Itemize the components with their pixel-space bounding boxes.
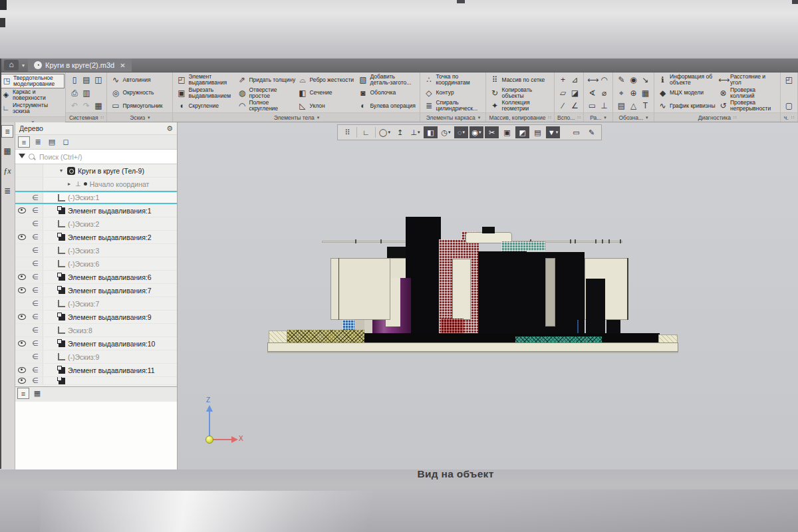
ribbon-button-mass-properties[interactable]: ◆МЦХ модели — [658, 87, 716, 99]
ribbon-button-curvature-graph[interactable]: ∿График кривизны — [658, 100, 716, 112]
visibility-eye-icon[interactable] — [18, 287, 26, 293]
ribbon-button-contour[interactable]: ◇Контур — [424, 87, 482, 99]
viewbar-clipboard[interactable]: ▣ — [500, 126, 514, 138]
ribbon-button-leader-mark[interactable]: ↘ — [640, 74, 650, 86]
ribbon-button-note-pencil[interactable]: ✎ — [616, 74, 626, 86]
ribbon-button-grid-array[interactable]: ⠿Массив по сетке — [489, 74, 548, 86]
ribbon-button-aux-plane[interactable]: ▱ — [558, 87, 568, 99]
tree-toolbar-tree-sections[interactable]: ◻ — [60, 136, 72, 148]
ribbon-button-simple-hole[interactable]: ◍Отверстие простое — [237, 87, 295, 99]
visibility-eye-icon[interactable] — [18, 234, 26, 240]
visibility-eye-icon[interactable] — [18, 378, 26, 384]
leftbar-fx-pane[interactable]: ƒx — [1, 165, 13, 178]
viewbar-display-mode[interactable]: ◷▾ — [439, 126, 453, 138]
ribbon-button-rib[interactable]: ⌓Ребро жесткости — [297, 74, 356, 86]
ribbon-group-designations-label[interactable]: Обозна...▾ — [613, 112, 654, 122]
filter-funnel-icon[interactable] — [19, 154, 25, 158]
viewbar-hide-objects[interactable]: ◌▾ — [454, 126, 468, 138]
viewbar-orientation-up[interactable]: ↥ — [393, 126, 407, 138]
ribbon-button-copy-objects[interactable]: ↻Копировать объекты — [489, 87, 548, 99]
mode-frame-surfaces[interactable]: ◈Каркас и поверхности — [1, 88, 65, 102]
ribbon-button-circle[interactable]: ◎Окружность — [110, 87, 169, 99]
gear-icon[interactable]: ⚙ — [166, 124, 173, 133]
ribbon-button-fillet[interactable]: ◖Скругление — [176, 100, 235, 112]
tree-row-элементвыдавливания:7[interactable]: ∈Элемент выдавливания:7 — [15, 284, 177, 297]
bottom-params-tab[interactable]: ▦ — [31, 388, 43, 399]
ribbon-button-cylindrical-spiral[interactable]: ≣Спираль цилиндрическ... — [424, 100, 482, 112]
visibility-eye-icon[interactable] — [18, 340, 26, 346]
tree-toolbar-tree-layers[interactable]: ≣ — [32, 136, 44, 148]
visibility-eye-icon[interactable] — [18, 207, 26, 213]
tree-row-эскиз:7[interactable]: ∈(-)Эскиз:7 — [15, 297, 177, 311]
ribbon-group-frame-elements-label[interactable]: Элементы каркаса▾ — [420, 112, 485, 122]
home-button[interactable]: ⌂ — [4, 60, 19, 70]
tree-row-элементвыдавливания:9[interactable]: ∈Элемент выдавливания:9 — [15, 311, 177, 324]
tree-toolbar-tree-relations[interactable]: ▤ — [46, 136, 58, 148]
ribbon-button-target-mark[interactable]: ⌖ — [616, 87, 626, 99]
bottom-tree-tab[interactable]: ≡ — [17, 388, 29, 399]
ribbon-button-hatch-mark[interactable]: ▤ — [616, 100, 626, 112]
ribbon-button-add-stock-part[interactable]: ▧Добавить деталь-загото... — [358, 74, 416, 86]
ribbon-button-open-document[interactable]: ▤ — [81, 74, 91, 86]
ribbon-button-dim-perp[interactable]: ⊥ — [599, 100, 609, 112]
tree-row-элементвыдавливания:11[interactable]: ∈Элемент выдавливания:11 — [15, 364, 177, 377]
ribbon-button-dim-arc[interactable]: ◠ — [599, 74, 609, 86]
document-tab[interactable]: ◔ Круги в круге(2).m3d ✕ — [28, 59, 132, 72]
tree-row-эскиз:3[interactable]: ∈(-)Эскиз:3 — [15, 244, 177, 257]
ribbon-button-point-by-coordinates[interactable]: ∴Точка по координатам — [424, 74, 482, 86]
tree-row-эскиз:2[interactable]: ∈(-)Эскиз:2 — [15, 217, 177, 231]
ribbon-button-geometry-collection[interactable]: ✦Коллекция геометрии — [489, 100, 548, 112]
tree-row-эскиз:9[interactable]: ∈(-)Эскиз:9 — [15, 350, 177, 364]
viewbar-scene-cube[interactable]: ◩ — [515, 126, 529, 138]
leftbar-grid-pane[interactable]: ▦ — [1, 145, 13, 158]
viewbar-sketch-grid[interactable]: ∟ — [359, 126, 373, 138]
ribbon-button-aux-line[interactable]: ∕ — [558, 100, 568, 112]
tree-row-элементвыдавливания:1[interactable]: ∈Элемент выдавливания:1 — [15, 204, 177, 217]
viewbar-zoom-tool[interactable]: ◯▾ — [378, 126, 392, 138]
ribbon-group-auxiliary-label[interactable]: Вспо...∷ — [555, 112, 583, 122]
ribbon-button-dim-linear[interactable]: ⟷ — [587, 74, 597, 86]
expand-caret-icon[interactable]: ▸ — [66, 181, 72, 187]
ribbon-button-undo[interactable]: ↶ — [69, 100, 79, 112]
ribbon-button-extrude[interactable]: ◰Элемент выдавливания — [176, 74, 235, 86]
ribbon-button-aux-lcs[interactable]: ◪ — [570, 87, 580, 99]
ribbon-button-plus-mark[interactable]: ⊕ — [628, 87, 638, 99]
viewbar-clip-view[interactable]: ◉▾ — [469, 126, 483, 138]
ribbon-group-body-elements-label[interactable]: Элементы тела▾ — [173, 112, 420, 122]
leftbar-list-pane[interactable]: ≣ — [1, 185, 13, 198]
ribbon-group-array-copy-label[interactable]: Массив, копирование∷ — [486, 112, 554, 122]
visibility-eye-icon[interactable] — [18, 314, 26, 320]
tree-row-кругивкругетел9[interactable]: ▾Круги в круге (Тел-9) — [15, 164, 177, 178]
ribbon-group-sketch-label[interactable]: Эскиз▾ — [107, 112, 172, 122]
tree-row-эскиз:8[interactable]: ∈Эскиз:8 — [15, 324, 177, 337]
ribbon-button-section[interactable]: ◧Сечение — [297, 87, 356, 99]
viewbar-layers[interactable]: ▤ — [531, 126, 545, 138]
ribbon-button-aux-angle[interactable]: ∠ — [570, 100, 580, 112]
tree-row-элементвыдавливания:6[interactable]: ∈Элемент выдавливания:6 — [15, 271, 177, 284]
ribbon-button-new-document[interactable]: ▯ — [69, 74, 79, 86]
ribbon-button-aux-axis[interactable]: + — [558, 74, 568, 86]
tab-close-icon[interactable]: ✕ — [120, 62, 125, 69]
tree-row-эскиз:6[interactable]: ∈(-)Эскиз:6 — [15, 257, 177, 271]
ribbon-button-drawing-sheet[interactable]: ▢ — [784, 100, 794, 112]
tree-row-началокоординат[interactable]: ▸⊥Начало координат — [15, 178, 177, 191]
visibility-eye-icon[interactable] — [18, 367, 26, 373]
leftbar-tree-pane[interactable]: ≡ — [1, 125, 13, 138]
ribbon-button-redo[interactable]: ↷ — [81, 100, 91, 112]
tree-row-partial-16[interactable]: ∈ — [15, 377, 177, 385]
ribbon-group-diagnostics-label[interactable]: Диагностика∷ — [654, 112, 780, 122]
ribbon-button-save-all[interactable]: ▦ — [93, 100, 103, 112]
viewbar-display-shaded[interactable]: ◧ — [424, 126, 438, 138]
tree-toolbar-tree-structure[interactable]: ≡ — [18, 136, 30, 148]
ribbon-button-object-info[interactable]: ℹИнформация об объекте — [658, 74, 716, 86]
ribbon-button-cut-extrude[interactable]: ▣Вырезать выдавливанием — [176, 87, 235, 99]
ribbon-group-system-label[interactable]: Системная∷ — [66, 112, 106, 122]
ribbon-button-drawing-view[interactable]: ◰ — [784, 74, 794, 86]
ribbon-button-full-fillet[interactable]: ◠Полное скругление — [237, 100, 295, 112]
ribbon-button-thicken[interactable]: ⇗Придать толщину — [237, 74, 295, 86]
ribbon-button-dim-angular[interactable]: ∢ — [587, 87, 597, 99]
expand-caret-icon[interactable]: ▾ — [58, 168, 65, 174]
tree-row-элементвыдавливания:10[interactable]: ∈Элемент выдавливания:10 — [15, 337, 177, 350]
ribbon-button-boolean-operation[interactable]: ◐Булева операция — [358, 100, 416, 112]
viewbar-measure-cut[interactable]: ✂ — [485, 126, 499, 138]
